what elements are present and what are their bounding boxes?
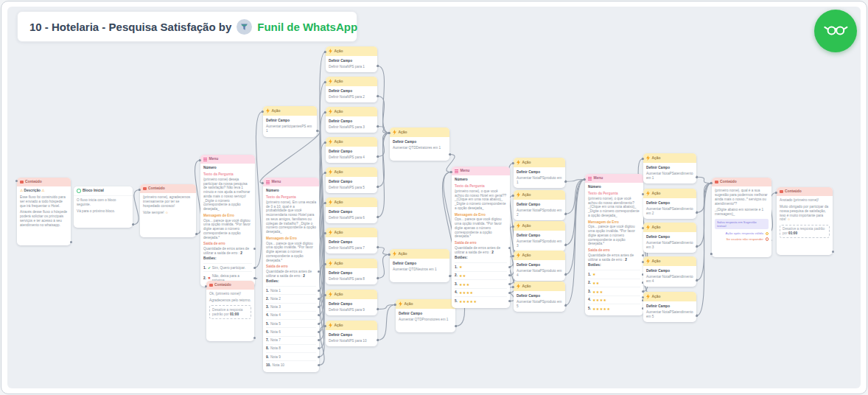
- node-conteudo-ok-retorno[interactable]: Conteúdo Ok, {primeiro nome}! Agradecemo…: [206, 281, 254, 341]
- node-menu-participacao[interactable]: Menu Número Texto da Pergunta {primeiro …: [200, 155, 255, 287]
- connection-dot[interactable]: [15, 180, 18, 182]
- node-acao-notanps-4[interactable]: AçãoDefinir CampoDefinir NotaNPS para 4: [326, 137, 377, 163]
- node-acao-notaps-produto-2[interactable]: AçãoDefinir CampoAumentar NotaPSproduto …: [514, 190, 565, 220]
- connection-dot[interactable]: [508, 266, 511, 268]
- connection-dot[interactable]: [318, 290, 320, 292]
- menu-option[interactable]: 5.★★★★★: [588, 304, 640, 312]
- connection-dot[interactable]: [377, 216, 379, 218]
- menu-option[interactable]: 2.Nota 2: [266, 294, 316, 302]
- connection-dot[interactable]: [377, 277, 379, 279]
- connection-dot[interactable]: [455, 325, 457, 327]
- connection-dot[interactable]: [324, 141, 326, 144]
- connection-dot[interactable]: [696, 315, 698, 317]
- connection-dot[interactable]: [696, 212, 698, 214]
- node-acao-notaps-produto-4[interactable]: AçãoDefinir CampoAumentar NotaPSproduto …: [514, 251, 565, 281]
- menu-option[interactable]: 5.Nota 5: [266, 319, 316, 327]
- menu-option[interactable]: 9.Nota 9: [266, 352, 316, 360]
- connection-dot[interactable]: [642, 158, 644, 160]
- node-conteudo-agradecimento[interactable]: Conteúdo Anotado {primeiro nome}! Muito …: [777, 187, 833, 255]
- connection-dot[interactable]: [642, 254, 644, 256]
- node-acao-notanps-6[interactable]: AçãoDefinir CampoDefinir NotaNPS para 6: [326, 198, 377, 223]
- connection-dot[interactable]: [377, 155, 379, 158]
- connection-dot[interactable]: [696, 279, 698, 282]
- connection-dot[interactable]: [377, 65, 379, 67]
- connection-dot[interactable]: [318, 356, 320, 358]
- node-conteudo-boas-vindas[interactable]: Conteúdo {primeiro nome}, agradecemos im…: [140, 184, 196, 237]
- connection-dot[interactable]: [318, 323, 320, 325]
- connection-dot[interactable]: [199, 159, 201, 161]
- menu-option[interactable]: 1.★: [588, 270, 640, 279]
- node-acao-notaps-atendimento-4[interactable]: AçãoDefinir CampoAumentar NotaPSatendime…: [643, 256, 696, 287]
- connection-dot[interactable]: [253, 248, 256, 250]
- node-acao-notanps-3[interactable]: AçãoDefinir CampoDefinir NotaNPS para 3: [326, 107, 377, 133]
- menu-option[interactable]: 1.Nota 1: [266, 286, 316, 294]
- connection-dot[interactable]: [324, 202, 326, 204]
- connection-dot[interactable]: [564, 181, 567, 183]
- connection-dot[interactable]: [564, 213, 567, 215]
- connection-dot[interactable]: [324, 325, 326, 327]
- connection-dot[interactable]: [324, 263, 326, 265]
- menu-option[interactable]: 6.Nota 6: [266, 327, 316, 335]
- connection-dot[interactable]: [377, 125, 379, 127]
- connection-dot[interactable]: [318, 298, 320, 300]
- connection-dot[interactable]: [710, 182, 713, 184]
- node-acao-qtd-detratores[interactable]: Ação Definir CampoAumentar QTDDetratores…: [390, 127, 449, 161]
- connection-dot[interactable]: [388, 132, 391, 134]
- connection-dot[interactable]: [832, 251, 834, 253]
- node-acao-notaps-atendimento-1[interactable]: AçãoDefinir CampoAumentar NotaPSatendime…: [643, 153, 696, 183]
- connection-dot[interactable]: [642, 296, 644, 298]
- menu-option[interactable]: 3.Nota 3: [266, 303, 316, 311]
- node-acao-notanps-9[interactable]: AçãoDefinir CampoDefinir NotaNPS para 9: [326, 290, 377, 315]
- connection-dot[interactable]: [696, 176, 698, 178]
- connection-dot[interactable]: [512, 255, 514, 257]
- connection-dot[interactable]: [324, 232, 326, 234]
- connection-dot[interactable]: [316, 130, 318, 132]
- menu-option[interactable]: 5.★★★★★: [455, 296, 507, 305]
- connection-dot[interactable]: [318, 364, 320, 366]
- brand-link[interactable]: Funil de WhatsApp: [257, 21, 357, 33]
- node-acao-notaps-produto-1[interactable]: AçãoDefinir CampoAumentar NotaPSproduto …: [514, 158, 565, 188]
- connection-dot[interactable]: [564, 244, 567, 246]
- menu-option[interactable]: 2.★★: [455, 271, 507, 280]
- connection-dot[interactable]: [70, 241, 72, 243]
- connection-dot[interactable]: [394, 304, 396, 306]
- preview-glasses-button[interactable]: [814, 10, 857, 52]
- connection-dot[interactable]: [253, 277, 256, 279]
- node-acao-notanps-5[interactable]: AçãoDefinir CampoDefinir NotaNPS para 5: [326, 167, 377, 193]
- connection-dot[interactable]: [512, 162, 514, 164]
- connection-dot[interactable]: [642, 261, 644, 263]
- connection-dot[interactable]: [508, 292, 511, 294]
- node-acao-notanps-1[interactable]: AçãoDefinir CampoDefinir NotaNPS para 1: [326, 46, 377, 72]
- node-conteudo-descricao[interactable]: Conteúdo ⚠ Descrição ⚠ Esse fluxo foi co…: [17, 178, 71, 245]
- node-bloco-inicial[interactable]: Bloco Inicial O fluxo inicia com o bloco…: [74, 186, 133, 228]
- connection-dot[interactable]: [324, 172, 326, 174]
- connection-dot[interactable]: [512, 286, 514, 288]
- menu-option[interactable]: 8.Nota 8: [266, 344, 316, 352]
- connection-dot[interactable]: [132, 223, 134, 226]
- node-menu-hotel-geral[interactable]: Menu Número Texto da Pergunta {primeiro …: [452, 167, 510, 308]
- node-acao-notaps-produto-5[interactable]: AçãoDefinir CampoAumentar NotaPSproduto …: [514, 282, 565, 312]
- flow-canvas[interactable]: 10 - Hotelaria - Pesquisa Satisfação by …: [7, 7, 861, 388]
- node-acao-notanps-8[interactable]: AçãoDefinir CampoDefinir NotaNPS para 8: [326, 259, 377, 284]
- connection-dot[interactable]: [205, 285, 207, 287]
- connection-ring[interactable]: [766, 237, 769, 241]
- menu-option[interactable]: 7.Nota 7: [266, 336, 316, 344]
- node-menu-nps[interactable]: Menu Número Texto da Pergunta {primeiro …: [263, 178, 319, 372]
- node-acao-qtd-neutros[interactable]: Ação Definir CampoAumentar QTDNeutros em…: [390, 249, 449, 282]
- node-acao-notaps-produto-3[interactable]: AçãoDefinir CampoAumentar NotaPSproduto …: [514, 221, 565, 251]
- connection-dot[interactable]: [324, 111, 326, 113]
- connection-dot[interactable]: [450, 171, 452, 173]
- connection-dot[interactable]: [508, 247, 511, 249]
- node-acao-qtd-promotores[interactable]: Ação Definir CampoAumentar QTDPromotores…: [396, 299, 455, 332]
- menu-option[interactable]: 3.★★★: [588, 287, 640, 296]
- connection-dot[interactable]: [324, 51, 326, 53]
- connection-dot[interactable]: [775, 192, 777, 194]
- connection-dot[interactable]: [564, 304, 567, 307]
- node-acao-participantes[interactable]: Ação Definir Campo Aumentar participante…: [263, 106, 317, 137]
- connection-dot[interactable]: [262, 182, 264, 184]
- connection-dot[interactable]: [253, 267, 256, 269]
- connection-dot[interactable]: [710, 253, 713, 255]
- connection-dot[interactable]: [324, 81, 326, 83]
- menu-option[interactable]: 1.✔Sim, Quero participar.: [203, 263, 252, 271]
- connection-dot[interactable]: [377, 95, 379, 97]
